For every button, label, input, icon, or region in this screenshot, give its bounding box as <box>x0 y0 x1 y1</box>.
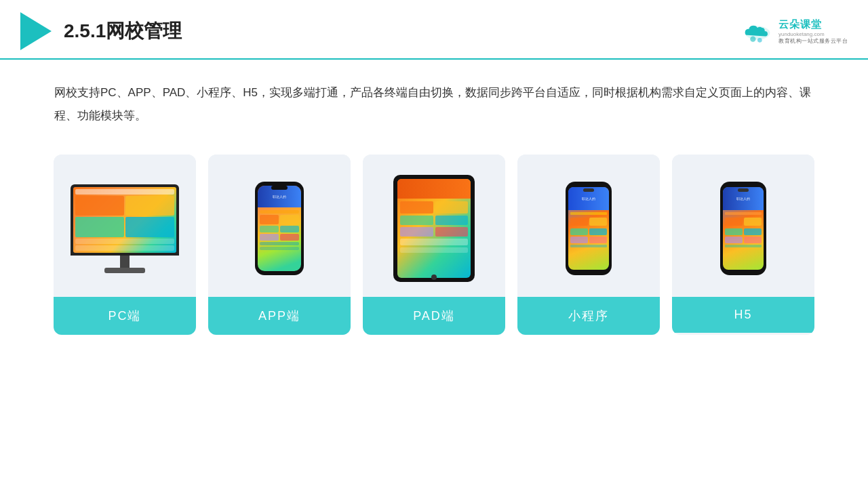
app-device: 职达人的 <box>255 182 304 275</box>
card-pc-label: PC端 <box>54 297 196 335</box>
pad-device <box>393 175 475 282</box>
device-cards: PC端 职达人的 <box>0 141 868 335</box>
card-h5-label: H5 <box>672 297 814 333</box>
card-miniprogram: 职达人的 <box>517 155 660 335</box>
description-text: 网校支持PC、APP、PAD、小程序、H5，实现多端打通，产品各终端自由切换，数… <box>0 60 868 141</box>
h5-image-area: 职达人的 <box>672 155 814 297</box>
logo-url: yunduoketang.com <box>778 31 825 37</box>
card-pad-label: PAD端 <box>363 297 505 335</box>
cloud-icon <box>741 19 774 43</box>
card-miniprogram-label: 小程序 <box>517 297 660 335</box>
app-image-area: 职达人的 <box>208 155 351 297</box>
header: 2.5.1网校管理 云朵课堂 yunduoketang.com 教育机构一站式服… <box>0 0 868 60</box>
miniprogram-device: 职达人的 <box>566 182 612 275</box>
play-icon <box>20 12 52 50</box>
logo-tagline: 教育机构一站式服务云平台 <box>778 37 848 45</box>
brand-logo: 云朵课堂 yunduoketang.com 教育机构一站式服务云平台 <box>741 18 848 45</box>
card-pc: PC端 <box>54 155 196 335</box>
h5-device: 职达人的 <box>720 182 766 275</box>
logo-text: 云朵课堂 yunduoketang.com 教育机构一站式服务云平台 <box>778 18 848 45</box>
svg-point-1 <box>750 37 755 42</box>
header-left: 2.5.1网校管理 <box>20 12 182 50</box>
header-right: 云朵课堂 yunduoketang.com 教育机构一站式服务云平台 <box>741 18 848 45</box>
pc-device <box>71 184 179 273</box>
card-app-label: APP端 <box>208 297 351 335</box>
miniprogram-image-area: 职达人的 <box>517 155 660 297</box>
card-app: 职达人的 <box>208 155 351 335</box>
page-title: 2.5.1网校管理 <box>64 18 182 44</box>
card-pad: PAD端 <box>363 155 505 335</box>
pad-image-area <box>363 155 505 297</box>
logo-name: 云朵课堂 <box>778 18 822 31</box>
svg-point-2 <box>757 38 762 43</box>
pc-image-area <box>54 155 196 297</box>
card-h5: 职达人的 <box>672 155 814 335</box>
